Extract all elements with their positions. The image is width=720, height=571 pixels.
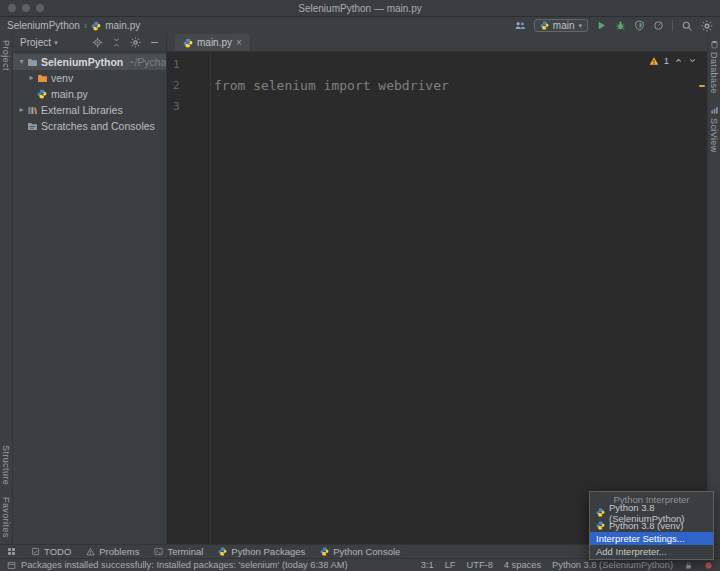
pycharm-window: SeleniumPython — main.py SeleniumPython … (0, 0, 720, 571)
encoding-widget[interactable]: UTF-8 (467, 560, 493, 570)
tree-item-external-libraries[interactable]: ▸ External Libraries (13, 102, 166, 118)
python-icon (596, 521, 605, 530)
project-folder-icon (26, 57, 38, 68)
chevron-right-icon[interactable]: ▸ (17, 106, 26, 114)
close-window-button[interactable] (8, 4, 16, 12)
python-file-icon (36, 89, 48, 99)
tool-button-favorites[interactable]: Favorites (1, 491, 11, 544)
project-panel-header: Project ▾ (13, 34, 167, 51)
popup-item-add-interpreter[interactable]: Add Interpreter... (590, 545, 713, 558)
python-icon (596, 508, 605, 517)
lock-icon[interactable] (684, 561, 693, 570)
project-tree-panel: ▾ SeleniumPython ~/PycharmProjects ▸ ven… (13, 52, 167, 544)
collapse-all-icon[interactable] (111, 37, 122, 48)
profiler-button[interactable] (653, 20, 664, 31)
breadcrumb-project[interactable]: SeleniumPython (7, 20, 80, 31)
search-everywhere-icon[interactable] (681, 20, 693, 32)
scratches-folder-icon (26, 121, 38, 132)
left-tool-stripe: Project Structure Favorites (0, 34, 13, 544)
tree-item-scratches[interactable]: Scratches and Consoles (13, 118, 166, 134)
code-editor[interactable]: 1 2 from selenium import webdriver 3 (167, 52, 707, 544)
popup-item-interpreter-settings[interactable]: Interpreter Settings... (590, 532, 713, 545)
project-root-path: ~/PycharmProjects (128, 56, 166, 68)
python-file-icon (183, 38, 193, 48)
chevron-down-icon: ▾ (54, 39, 58, 46)
python-file-icon (91, 21, 101, 31)
tool-button-terminal[interactable]: Terminal (154, 546, 203, 557)
chart-icon (710, 106, 719, 115)
tool-button-problems[interactable]: Problems (86, 546, 139, 557)
main-body: Project Structure Favorites Project ▾ (0, 34, 720, 544)
libraries-icon (26, 105, 38, 116)
python-icon (218, 547, 227, 556)
tool-button-project[interactable]: Project (1, 34, 11, 77)
tree-item-project-root[interactable]: ▾ SeleniumPython ~/PycharmProjects (13, 54, 166, 70)
inspections-widget[interactable]: 1 (649, 55, 697, 66)
tool-button-sciview[interactable]: SciView (709, 100, 719, 159)
navigation-bar: SeleniumPython › main.py main ▾ (0, 17, 720, 34)
minimize-window-button[interactable] (22, 4, 30, 12)
titlebar: SeleniumPython — main.py (0, 0, 720, 17)
warning-stripe-mark[interactable] (699, 85, 705, 87)
next-problem-icon[interactable] (688, 56, 697, 65)
tool-button-database[interactable]: Database (709, 34, 719, 100)
tree-item-venv[interactable]: ▸ venv (13, 70, 166, 86)
line-number: 3 (167, 100, 210, 113)
code-line-1[interactable]: 1 (167, 54, 707, 75)
warning-count: 1 (664, 55, 669, 66)
chevron-right-icon[interactable]: ▸ (27, 74, 36, 82)
window-title: SeleniumPython — main.py (0, 3, 720, 14)
right-tool-stripe: Database SciView (707, 34, 720, 544)
python-icon (320, 547, 329, 556)
problems-icon (86, 547, 95, 556)
todo-icon (31, 547, 40, 556)
caret-position-widget[interactable]: 3:1 (421, 560, 434, 570)
indent-widget[interactable]: 4 spaces (504, 560, 541, 570)
status-message[interactable]: Packages installed successfully: Install… (21, 560, 348, 570)
notification-icon[interactable] (704, 561, 713, 570)
tool-row: Project ▾ (13, 34, 707, 52)
line-number: 2 (167, 79, 210, 92)
tool-button-structure[interactable]: Structure (1, 439, 11, 491)
code-with-me-icon[interactable] (514, 20, 526, 32)
tool-button-python-packages[interactable]: Python Packages (218, 546, 305, 557)
breadcrumb-separator-icon: › (84, 20, 87, 31)
chevron-down-icon: ▾ (578, 22, 582, 29)
event-log-icon[interactable] (7, 561, 16, 570)
editor-tab-strip: main.py × (167, 34, 707, 51)
locate-file-icon[interactable] (92, 37, 103, 48)
project-view-label[interactable]: Project (20, 37, 51, 48)
import-statement: from selenium import webdriver (210, 78, 449, 93)
chevron-down-icon[interactable]: ▾ (17, 58, 26, 66)
popup-item-interpreter-project[interactable]: Python 3.8 (SeleniumPython) (590, 506, 713, 519)
window-controls (8, 4, 44, 12)
toolbar-actions: main ▾ (514, 19, 713, 32)
tool-button-python-console[interactable]: Python Console (320, 546, 400, 557)
toolbar-divider (672, 20, 673, 31)
previous-problem-icon[interactable] (674, 56, 683, 65)
warning-triangle-icon (649, 56, 659, 66)
python-interpreter-popup: Python Interpreter Python 3.8 (SeleniumP… (589, 491, 714, 560)
hide-panel-icon[interactable] (149, 37, 160, 48)
close-tab-icon[interactable]: × (236, 38, 242, 48)
gutter-divider (210, 52, 211, 544)
tree-item-main-py[interactable]: main.py (13, 86, 166, 102)
settings-gear-icon[interactable] (701, 20, 713, 32)
panel-settings-gear-icon[interactable] (130, 37, 141, 48)
debug-button[interactable] (615, 20, 626, 31)
code-line-3[interactable]: 3 (167, 96, 707, 117)
tool-button-todo[interactable]: TODO (31, 546, 71, 557)
zoom-window-button[interactable] (36, 4, 44, 12)
editor-tab-label: main.py (197, 37, 232, 48)
run-with-coverage-button[interactable] (634, 20, 645, 31)
interpreter-widget[interactable]: Python 3.8 (SeleniumPython) (552, 560, 673, 570)
breadcrumb-file[interactable]: main.py (105, 20, 140, 31)
terminal-icon (154, 547, 163, 556)
line-separator-widget[interactable]: LF (445, 560, 456, 570)
tool-window-switcher-icon[interactable] (7, 547, 16, 556)
run-configuration-select[interactable]: main ▾ (534, 19, 588, 32)
run-button[interactable] (596, 20, 607, 31)
code-line-2[interactable]: 2 from selenium import webdriver (167, 75, 707, 96)
editor-tab-main-py[interactable]: main.py × (175, 34, 251, 51)
run-config-python-icon (540, 21, 549, 30)
